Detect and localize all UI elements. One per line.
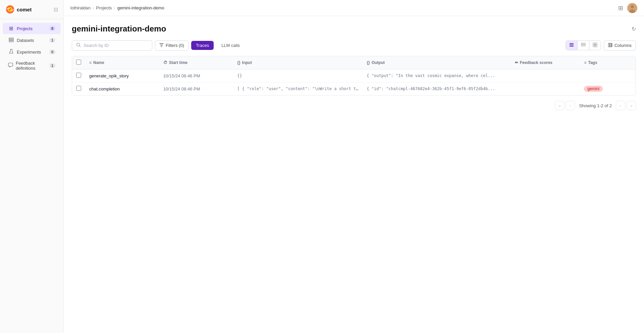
- header-tags[interactable]: ≡ Tags: [580, 56, 636, 69]
- view-grid-icon[interactable]: [589, 41, 601, 50]
- filter-button[interactable]: Filters (0): [155, 41, 189, 51]
- toolbar: Filters (0) Traces LLM calls: [72, 40, 636, 51]
- row-start-time: 10/15/24 08:46 PM: [159, 82, 233, 95]
- input-col-icon: {}: [237, 60, 240, 65]
- header-select-all[interactable]: [72, 56, 85, 69]
- sidebar-item-feedback[interactable]: Feedback definitions 1: [3, 58, 61, 73]
- page-last-button[interactable]: »: [627, 101, 636, 110]
- sidebar-collapse-icon[interactable]: ⊟: [54, 6, 58, 13]
- header-output[interactable]: {} Output: [363, 56, 511, 69]
- sidebar-item-feedback-label: Feedback definitions: [16, 61, 49, 71]
- table-header-row: ≡ Name ⏱ Start time {}: [72, 56, 636, 69]
- sidebar-item-datasets-label: Datasets: [17, 38, 34, 43]
- data-table: ≡ Name ⏱ Start time {}: [72, 56, 636, 95]
- svg-rect-5: [9, 41, 13, 42]
- search-box[interactable]: [72, 40, 152, 51]
- breadcrumb: lothiraldan › Projects › gemini-integrat…: [70, 5, 164, 10]
- output-col-icon: {}: [367, 60, 370, 65]
- tab-traces[interactable]: Traces: [191, 41, 214, 50]
- page-prev-button[interactable]: ‹: [566, 101, 575, 110]
- sidebar-item-projects-label: Projects: [17, 26, 33, 31]
- svg-rect-23: [610, 43, 611, 47]
- breadcrumb-sep-2: ›: [114, 5, 115, 10]
- sidebar-item-projects[interactable]: ⊞ Projects 8: [3, 23, 61, 34]
- sidebar-item-datasets[interactable]: Datasets 1: [3, 35, 61, 46]
- start-time-col-icon: ⏱: [163, 60, 167, 65]
- main-content: lothiraldan › Projects › gemini-integrat…: [64, 0, 644, 333]
- row-checkbox-cell[interactable]: [72, 69, 85, 82]
- logo[interactable]: comet: [5, 5, 32, 14]
- row-tags: gemini: [580, 82, 636, 95]
- svg-rect-3: [9, 38, 13, 39]
- datasets-icon: [8, 37, 14, 43]
- name-col-icon: ≡: [89, 60, 92, 65]
- row-checkbox-cell[interactable]: [72, 82, 85, 95]
- page-content: gemini-integration-demo ↻ Filters (0) Tr…: [64, 16, 644, 333]
- breadcrumb-sep-1: ›: [93, 5, 94, 10]
- row-name[interactable]: chat.completion: [85, 82, 159, 95]
- row-output: { "id": "chatcmpl-467682e4-362b-45f1-9ef…: [363, 82, 511, 95]
- row-input: [ { "role": "user", "content": "\nWrite …: [233, 82, 363, 95]
- row-feedback-scores: [511, 82, 580, 95]
- breadcrumb-user[interactable]: lothiraldan: [70, 5, 91, 10]
- apps-grid-icon[interactable]: ⊞: [618, 4, 623, 12]
- comet-logo-icon: [5, 5, 15, 14]
- view-dense-icon[interactable]: [566, 41, 578, 50]
- refresh-icon[interactable]: ↻: [632, 26, 636, 32]
- row-checkbox[interactable]: [76, 86, 81, 91]
- svg-rect-13: [570, 43, 574, 44]
- row-tags: [580, 69, 636, 82]
- view-list-icon[interactable]: [578, 41, 589, 50]
- svg-rect-18: [593, 43, 595, 45]
- svg-rect-22: [608, 43, 610, 47]
- page-first-button[interactable]: «: [555, 101, 564, 110]
- breadcrumb-projects[interactable]: Projects: [96, 5, 112, 10]
- projects-icon: ⊞: [8, 25, 14, 31]
- svg-rect-16: [581, 43, 585, 45]
- topbar-right: ⊞: [618, 3, 637, 13]
- row-checkbox[interactable]: [76, 73, 81, 78]
- header-start-time[interactable]: ⏱ Start time: [159, 56, 233, 69]
- projects-badge: 8: [49, 26, 55, 31]
- columns-button[interactable]: Columns: [604, 41, 636, 51]
- svg-rect-17: [581, 45, 585, 46]
- experiments-badge: 0: [49, 50, 55, 54]
- svg-rect-20: [593, 45, 595, 47]
- page-header: gemini-integration-demo ↻: [72, 24, 636, 34]
- tag-badge[interactable]: gemini: [584, 86, 602, 92]
- select-all-checkbox[interactable]: [76, 60, 81, 65]
- feedback-icon: [8, 63, 13, 69]
- header-feedback-scores[interactable]: ✏ Feedback scores: [511, 56, 580, 69]
- row-start-time: 10/15/24 06:46 PM: [159, 69, 233, 82]
- search-icon: [76, 43, 81, 48]
- user-avatar[interactable]: [627, 3, 637, 13]
- table-row[interactable]: chat.completion 10/15/24 08:46 PM [ { "r…: [72, 82, 636, 95]
- feedback-col-icon: ✏: [515, 60, 518, 65]
- table-body: generate_opik_story 10/15/24 06:46 PM {}…: [72, 69, 636, 95]
- svg-rect-7: [8, 63, 13, 66]
- header-input[interactable]: {} Input: [233, 56, 363, 69]
- page-title: gemini-integration-demo: [72, 24, 166, 34]
- tab-llm-calls[interactable]: LLM calls: [216, 41, 245, 50]
- tags-col-icon: ≡: [584, 60, 586, 65]
- page-info: Showing 1-2 of 2: [579, 103, 612, 108]
- datasets-badge: 1: [49, 38, 55, 43]
- svg-rect-19: [595, 43, 597, 45]
- header-name[interactable]: ≡ Name: [85, 56, 159, 69]
- view-mode-buttons: [566, 41, 601, 50]
- svg-rect-4: [9, 40, 13, 41]
- table-row[interactable]: generate_opik_story 10/15/24 06:46 PM {}…: [72, 69, 636, 82]
- columns-icon: [608, 43, 612, 48]
- search-input[interactable]: [84, 43, 148, 48]
- experiments-icon: [8, 49, 14, 55]
- filter-icon: [159, 43, 164, 48]
- svg-rect-15: [570, 46, 574, 47]
- sidebar-item-experiments[interactable]: Experiments 0: [3, 46, 61, 58]
- sidebar: comet ⊟ ⊞ Projects 8 Datasets 1: [0, 0, 64, 333]
- svg-rect-14: [570, 45, 574, 45]
- svg-rect-24: [612, 43, 612, 47]
- row-name[interactable]: generate_opik_story: [85, 69, 159, 82]
- logo-text: comet: [17, 7, 32, 12]
- sidebar-nav: ⊞ Projects 8 Datasets 1 Experiments 0: [0, 19, 63, 333]
- page-next-button[interactable]: ›: [616, 101, 625, 110]
